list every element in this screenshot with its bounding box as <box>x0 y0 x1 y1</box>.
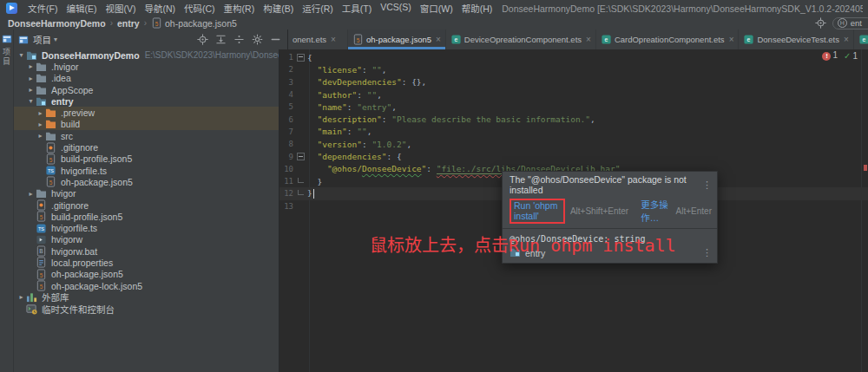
menu-编辑[interactable]: 编辑(E) <box>62 2 101 15</box>
menu-文件[interactable]: 文件(F) <box>23 2 62 15</box>
tree-row-oh-package-lock.json5[interactable]: 5oh-package-lock.json5 <box>14 280 279 291</box>
error-stripe-mark[interactable] <box>864 165 867 171</box>
tab-CardOpreationComponent.ets[interactable]: eCardOpreationComponent.ets× <box>596 29 740 49</box>
run-target-selector[interactable]: H ent <box>832 17 868 29</box>
chevron-right-icon[interactable]: ▸ <box>36 121 45 128</box>
tree-row-build[interactable]: ▸build <box>14 119 279 130</box>
code-line-2[interactable]: 2 "license": "", <box>279 63 868 75</box>
inspection-widget[interactable]: !1 ✓1 <box>822 50 858 61</box>
tree-row-AppScope[interactable]: ▸AppScope <box>14 84 279 95</box>
tree-row-DonseeHarmonyDemo[interactable]: ▾DonseeHarmonyDemoE:\SDK\SDK2023\Harmony… <box>14 49 279 61</box>
locate-icon[interactable] <box>197 34 208 45</box>
tree-row-hvigorw.bat[interactable]: Bhvigorw.bat <box>14 245 279 257</box>
settings-icon[interactable] <box>252 34 263 45</box>
breadcrumb-separator: › <box>144 18 147 28</box>
project-stripe-icon[interactable] <box>2 34 12 44</box>
breadcrumb-separator: › <box>110 18 113 28</box>
kebab-menu-icon[interactable]: ⋮ <box>702 247 712 258</box>
fold-marker-icon[interactable] <box>293 153 307 160</box>
tree-label: hvigor <box>51 188 76 199</box>
tree-row-src[interactable]: ▸src <box>14 130 279 141</box>
tab-DonseeDeviceTest.ets[interactable]: eDonseeDeviceTest.ets× <box>739 29 853 49</box>
breadcrumb-item[interactable]: 5oh-package.json5 <box>151 17 237 29</box>
fold-marker-icon[interactable] <box>293 193 307 195</box>
tree-row-oh-package.json5[interactable]: 5oh-package.json5 <box>14 269 279 280</box>
menu-窗口[interactable]: 窗口(W) <box>416 2 457 15</box>
code-line-8[interactable]: 8 "version": "1.0.2", <box>279 138 868 150</box>
breadcrumb-item[interactable]: entry <box>117 18 140 29</box>
run-ohpm-install-link[interactable]: Run 'ohpm install' <box>510 199 565 224</box>
menu-代码[interactable]: 代码(C) <box>180 2 220 15</box>
tree-row-.preview[interactable]: ▸.preview <box>14 107 279 118</box>
chevron-right-icon[interactable]: ▸ <box>36 132 45 140</box>
menu-运行[interactable]: 运行(R) <box>298 2 338 15</box>
menu-重构[interactable]: 重构(R) <box>220 2 260 15</box>
svg-text:5: 5 <box>40 214 43 220</box>
menu-工具[interactable]: 工具(T) <box>338 2 376 15</box>
code-line-4[interactable]: 4 "author": "", <box>279 88 868 101</box>
tree-row-.hvigor[interactable]: ▸.hvigor <box>14 61 279 72</box>
tree-row-hvigorw[interactable]: hvigorw <box>14 234 279 245</box>
tree-label: hvigorfile.ts <box>51 223 97 233</box>
breadcrumb-label: DonseeHarmonyDemo <box>8 18 106 29</box>
tree-row-.gitignore[interactable]: .gitignore <box>14 141 279 153</box>
code-line-6[interactable]: 6 "description": "Please describe the ba… <box>279 113 868 125</box>
tree-row-hvigor[interactable]: ▸hvigor <box>14 188 279 199</box>
tree-row-临时文件和控制台[interactable]: 临时文件和控制台 <box>14 303 279 315</box>
fold-marker-icon[interactable] <box>293 54 307 62</box>
chevron-down-icon[interactable]: ▾ <box>26 97 36 105</box>
tree-row-hvigorfile.ts[interactable]: TShvigorfile.ts <box>14 222 279 233</box>
close-icon[interactable]: × <box>729 35 734 44</box>
expand-all-icon[interactable] <box>215 34 227 45</box>
code-line-7[interactable]: 7 "main": "", <box>279 126 868 138</box>
hide-icon[interactable] <box>270 34 281 45</box>
tab-CommonContants.ets[interactable]: eCommonContants.ets× <box>854 29 868 49</box>
more-actions-link[interactable]: 更多操作… <box>641 198 670 224</box>
chevron-right-icon[interactable]: ▸ <box>26 62 36 70</box>
editor[interactable]: 1{2 "license": "",3 "devDependencies": {… <box>279 49 868 372</box>
tree-row-entry[interactable]: ▾entry <box>14 95 279 107</box>
menu-导航[interactable]: 导航(N) <box>140 2 180 15</box>
tree-row-hvigorfile.ts[interactable]: TShvigorfile.ts <box>14 165 279 176</box>
chevron-right-icon[interactable]: ▸ <box>26 190 36 198</box>
tab-onent.ets[interactable]: onent.ets× <box>288 29 348 49</box>
code-line-1[interactable]: 1{ <box>279 51 868 63</box>
tree-row-.gitignore[interactable]: .gitignore <box>14 199 279 211</box>
breadcrumb-item[interactable]: DonseeHarmonyDemo <box>8 18 106 29</box>
code-line-5[interactable]: 5 "name": "entry", <box>279 101 868 113</box>
close-icon[interactable]: × <box>436 35 441 44</box>
fold-marker-icon[interactable] <box>293 180 307 183</box>
chevron-down-icon[interactable]: ▾ <box>54 36 57 43</box>
menu-帮助[interactable]: 帮助(H) <box>457 2 497 15</box>
collapse-all-icon[interactable] <box>233 34 245 45</box>
locate-icon[interactable] <box>815 17 826 29</box>
menu-构建[interactable]: 构建(B) <box>259 2 298 15</box>
tree-row-local.properties[interactable]: local.properties <box>14 257 279 268</box>
chevron-right-icon[interactable]: ▸ <box>36 109 45 117</box>
menu-视图[interactable]: 视图(V) <box>101 2 140 15</box>
chevron-right-icon[interactable]: ▸ <box>16 293 26 301</box>
stripe-project-label[interactable]: 项目 <box>1 48 12 67</box>
code-line-3[interactable]: 3 "devDependencies": {}, <box>279 76 868 88</box>
tree-row-oh-package.json5[interactable]: 5oh-package.json5 <box>14 176 279 187</box>
chevron-down-icon[interactable]: ▾ <box>16 51 26 59</box>
tree-row-.idea[interactable]: ▸.idea <box>14 73 279 84</box>
close-icon[interactable]: × <box>844 35 849 44</box>
code-line-9[interactable]: 9 "dependencies": { <box>279 150 868 162</box>
close-icon[interactable]: × <box>586 35 591 44</box>
chevron-right-icon[interactable]: ▸ <box>26 86 36 94</box>
svg-text:5: 5 <box>49 157 53 163</box>
kebab-menu-icon[interactable]: ⋮ <box>702 179 712 191</box>
menu-VCS[interactable]: VCS(S) <box>376 2 416 15</box>
chevron-right-icon[interactable]: ▸ <box>26 75 36 82</box>
tree-row-外部库[interactable]: ▸外部库 <box>14 291 279 303</box>
tree-label: hvigorfile.ts <box>61 166 107 176</box>
close-icon[interactable]: × <box>331 35 336 44</box>
tab-oh-package.json5[interactable]: 5oh-package.json5× <box>348 29 446 49</box>
tab-DeviceOpreationComponent.ets[interactable]: eDeviceOpreationComponent.ets× <box>446 29 596 49</box>
tree-row-build-profile.json5[interactable]: 5build-profile.json5 <box>14 153 279 165</box>
tree-row-build-profile.json5[interactable]: 5build-profile.json5 <box>14 211 279 222</box>
git-icon <box>45 142 57 153</box>
project-panel-title[interactable]: 项目 <box>33 33 51 46</box>
code-text: "devDependencies": {}, <box>307 77 426 87</box>
